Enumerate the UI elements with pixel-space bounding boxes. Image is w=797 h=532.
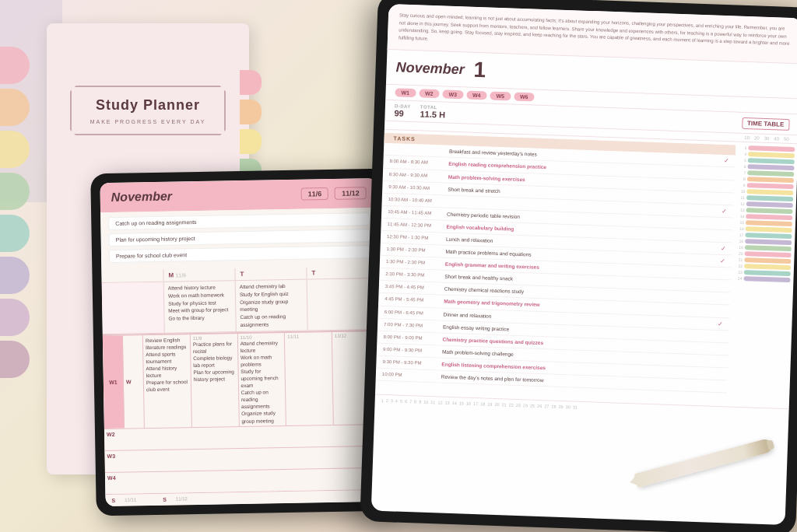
bar-11 [746, 195, 793, 201]
sidebar-tab-4[interactable] [0, 173, 30, 210]
timebar-22: 22 [735, 264, 791, 271]
tablet-weekly: November 11/6 11/12 Catch up on reading … [90, 169, 392, 516]
weekly-header: November 11/6 11/12 [100, 178, 377, 212]
bn-20: 20 [494, 402, 499, 407]
bar-12 [746, 201, 793, 208]
dday-stat: D-DAY 99 [394, 104, 411, 119]
timebar-21: 21 [735, 257, 791, 264]
timebar-23: 23 [735, 270, 791, 277]
task-time-14: 6:00 PM - 6:45 PM [384, 308, 439, 315]
bn-15: 15 [459, 401, 464, 406]
time-num-18: 18 [736, 239, 743, 243]
tasks-list: TASKS Breakfast and review yesterday's n… [375, 130, 736, 407]
bar-6 [747, 165, 794, 171]
bn-1: 1 [381, 398, 384, 403]
w1-f-task-5: Organize study group meeting [241, 410, 283, 425]
bn-16: 16 [466, 401, 471, 406]
time-num-23: 23 [735, 270, 743, 275]
bar-18 [745, 239, 792, 245]
remaining-weeks: W2 W3 W4 [104, 424, 382, 494]
time-num-3: 3 [739, 145, 746, 150]
cover-title-box: Study Planner MAKE PROGRESS EVERY DAY [70, 86, 226, 135]
w1-t-task-1: Practice plans for recital [193, 340, 235, 355]
w1-task-3: Attend history lecture [146, 364, 188, 379]
sidebar-tab-2[interactable] [0, 89, 30, 126]
bn-18: 18 [480, 402, 485, 407]
bn-28: 28 [551, 404, 556, 409]
timebar-13: 13 [736, 208, 792, 215]
time-num-24: 24 [734, 276, 742, 281]
time-num-19: 19 [736, 245, 743, 250]
t-task-3: Organize study group meeting [240, 297, 303, 313]
task-label [102, 282, 165, 334]
bar-20 [744, 251, 791, 257]
bn-9: 9 [419, 400, 421, 404]
timebar-9: 9 [738, 183, 794, 190]
dow-w6[interactable]: W6 [514, 93, 535, 102]
bar-21 [744, 257, 791, 264]
dow-w4[interactable]: W4 [466, 91, 487, 100]
m-task-5: Go to the library [168, 313, 231, 322]
bn-17: 17 [473, 401, 478, 406]
timebar-3: 3 [739, 145, 795, 152]
bn-10: 10 [423, 400, 428, 404]
w1-task-2: Attend sports tournament [146, 350, 188, 365]
cover-title: Study Planner [90, 96, 206, 114]
sidebar-tab-6[interactable] [0, 257, 30, 294]
task-time-7: 12:30 PM - 1:30 PM [387, 233, 441, 240]
bn-22: 22 [509, 403, 514, 408]
task-check-8: ✓ [720, 257, 725, 264]
tt-num-10: 10 [744, 135, 750, 140]
t-tasks: Attend chemistry lab Study for English q… [236, 280, 308, 332]
dow-w5[interactable]: W5 [490, 92, 511, 101]
total-stat: TOTAL 11.5 H [420, 105, 445, 120]
sidebar-tab-8[interactable] [0, 341, 30, 378]
w1-w-tasks: Review English literature readings Atten… [143, 334, 192, 428]
timebar-7: 7 [738, 170, 794, 177]
bn-5: 5 [400, 399, 402, 404]
bn-19: 19 [487, 402, 492, 407]
goal-2: Plan for upcoming history project [109, 229, 370, 247]
daily-month: November [395, 59, 465, 78]
bn-25: 25 [530, 404, 535, 408]
sidebar-tab-5[interactable] [0, 215, 30, 252]
task-time-12: 3:45 PM - 4:45 PM [385, 283, 440, 290]
dow-w3[interactable]: W3 [442, 90, 463, 100]
bar-24 [743, 276, 790, 282]
w1-f-col: 11/10 Attend chemistry lecture Work on m… [237, 333, 286, 426]
total-value: 11.5 H [420, 110, 445, 120]
m-task-2: Work on math homework [168, 291, 231, 299]
w1-w-day: W [123, 335, 145, 429]
bn-13: 13 [445, 401, 450, 405]
cover-subtitle: MAKE PROGRESS EVERY DAY [90, 119, 206, 124]
w2-label: W2 [107, 431, 127, 447]
date-start: 11/6 [300, 187, 328, 201]
sidebar-tab-7[interactable] [0, 299, 30, 336]
timebar-5: 5 [739, 158, 795, 165]
dow-w2[interactable]: W2 [419, 89, 440, 99]
timebar-24: 24 [734, 276, 790, 283]
bar-22 [744, 264, 791, 270]
sidebar-tab-3[interactable] [0, 131, 30, 168]
bn-31: 31 [573, 405, 578, 410]
t-task-4: Catch up on reading assignments [240, 313, 303, 329]
task-time-15: 7:00 PM - 7:30 PM [384, 321, 438, 328]
tt-num-50: 50 [784, 137, 789, 142]
time-num-17: 17 [736, 233, 743, 237]
dow-w1[interactable]: W1 [395, 89, 416, 98]
timebar-17: 17 [736, 233, 792, 240]
bn-29: 29 [558, 404, 563, 409]
task-time-6: 11:45 AM - 12:30 PM [388, 221, 442, 228]
bar-9 [747, 183, 794, 189]
goal-3: Prepare for school club event [109, 245, 370, 263]
bar-8 [747, 177, 794, 183]
tablet-weekly-screen: November 11/6 11/12 Catch up on reading … [100, 178, 382, 506]
sidebar-tab-1[interactable] [0, 47, 30, 84]
time-num-15: 15 [736, 220, 744, 225]
w4-label: W4 [107, 474, 128, 491]
time-num-21: 21 [735, 257, 743, 262]
timebar-18: 18 [736, 239, 792, 246]
task-time-16: 8:00 PM - 9:00 PM [384, 334, 438, 341]
dday-value: 99 [394, 109, 410, 119]
timebar-11: 11 [737, 195, 793, 202]
